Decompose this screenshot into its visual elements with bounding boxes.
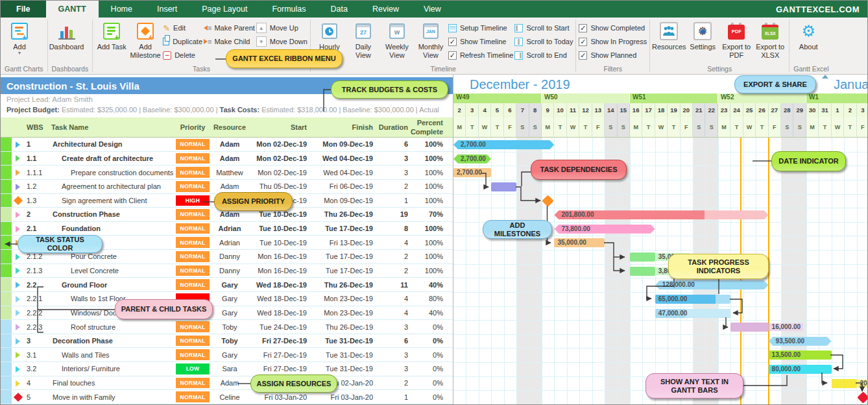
add-button[interactable]: +Add▾ (3, 19, 36, 55)
about-button[interactable]: ⚙About (792, 19, 825, 51)
finish-cell[interactable]: Tue 17-Dec-19 (315, 222, 380, 236)
start-cell[interactable]: Fri 27-Dec-19 (250, 362, 313, 376)
priority-badge[interactable]: NORMAL (176, 223, 210, 234)
make-parent-button[interactable]: ≡Make Parent (204, 23, 255, 33)
show-completed-button[interactable]: ✓Show Completed (579, 23, 647, 33)
task-expand-chevron-icon[interactable] (16, 267, 20, 274)
make-child-button[interactable]: ≡Make Child (204, 36, 255, 47)
percent-complete-cell[interactable]: 70% (416, 208, 450, 221)
task-expand-chevron-icon[interactable] (16, 155, 20, 162)
percent-complete-cell[interactable]: 0% (416, 348, 450, 362)
percent-complete-cell[interactable]: 100% (416, 180, 450, 193)
task-expand-chevron-icon[interactable] (16, 141, 20, 148)
percent-complete-cell[interactable]: 0% (416, 376, 450, 390)
percent-complete-cell[interactable]: 100% (416, 264, 450, 278)
resource-cell[interactable]: Adrian (211, 236, 248, 249)
table-row-2-2-3[interactable]: 2.2.3Roof structureNORMALTobyTue 24-Dec-… (1, 320, 453, 334)
priority-badge[interactable]: NORMAL (176, 349, 210, 360)
finish-cell[interactable]: Thu 26-Dec-19 (315, 278, 380, 291)
finish-cell[interactable]: Mon 09-Dec-19 (315, 138, 380, 151)
add-milestone-button[interactable]: +Add Milestone (129, 19, 162, 59)
finish-cell[interactable]: Mon 09-Dec-19 (315, 194, 380, 208)
duration-cell[interactable]: 3 (381, 362, 415, 376)
resource-cell[interactable]: Toby (211, 334, 248, 348)
wbs-cell[interactable]: 2.2.1 (27, 292, 51, 306)
resource-cell[interactable]: Gary (211, 306, 248, 320)
priority-badge[interactable]: NORMAL (176, 181, 210, 192)
task-name-cell[interactable]: Ground Floor (51, 278, 175, 291)
settings-button[interactable]: ⚙Settings (686, 19, 719, 51)
wbs-cell[interactable]: 1 (27, 138, 51, 151)
start-cell[interactable]: Wed 18-Dec-19 (250, 292, 313, 306)
finish-cell[interactable]: Tue 17-Dec-19 (315, 250, 380, 264)
priority-badge[interactable]: NORMAL (176, 336, 210, 347)
resource-cell[interactable]: Adam (211, 138, 248, 151)
task-name-cell[interactable]: Roof structure (51, 320, 175, 334)
table-row-2-2[interactable]: 2.2Ground FloorNORMALGaryWed 18-Dec-19Th… (1, 278, 453, 292)
wbs-cell[interactable]: 4 (27, 376, 51, 390)
scroll-to-end-button[interactable]: Scroll to End (514, 50, 573, 60)
finish-cell[interactable]: Thu 26-Dec-19 (315, 320, 380, 334)
task-name-cell[interactable]: Create draft of architecture (51, 152, 175, 166)
table-row-4[interactable]: 4Final touchesNORMALAdamThu 02-Jan-2020% (1, 376, 453, 391)
table-row-5[interactable]: 5Move in with FamilyNORMALCelineFri 03-J… (1, 390, 453, 404)
resource-cell[interactable]: Adam (211, 152, 248, 166)
scroll-to-start-button[interactable]: Scroll to Start (514, 23, 573, 33)
task-name-cell[interactable]: Interiors/ Furniture (51, 362, 175, 376)
duration-cell[interactable]: 3 (381, 348, 415, 362)
start-cell[interactable]: Fri 27-Dec-19 (250, 334, 313, 348)
dropdown-arrow-icon[interactable]: ▾ (18, 51, 21, 55)
finish-cell[interactable]: Tue 31-Dec-19 (315, 348, 380, 362)
start-cell[interactable]: Fri 27-Dec-19 (250, 348, 313, 362)
duration-cell[interactable]: 6 (381, 138, 415, 151)
duration-cell[interactable]: 8 (381, 222, 415, 236)
task-name-cell[interactable]: Sign agreement with Client (51, 194, 175, 208)
start-cell[interactable]: Tue 24-Dec-19 (250, 320, 313, 334)
resource-cell[interactable]: Adam (211, 376, 248, 390)
wbs-cell[interactable]: 2.2.2 (27, 306, 51, 320)
table-row-1[interactable]: 1Architectural DesignNORMALAdamMon 02-De… (1, 138, 453, 152)
task-expand-chevron-icon[interactable] (16, 324, 20, 330)
tab-data[interactable]: Data (319, 1, 360, 18)
task-name-cell[interactable]: Move in with Family (51, 390, 175, 404)
start-cell[interactable]: Mon 02-Dec-19 (250, 166, 313, 179)
priority-badge[interactable]: NORMAL (176, 251, 210, 262)
finish-cell[interactable]: Tue 31-Dec-19 (315, 334, 380, 348)
task-expand-chevron-icon[interactable] (16, 366, 20, 373)
resource-cell[interactable]: Danny (211, 250, 248, 264)
wbs-cell[interactable]: 3 (27, 334, 51, 348)
percent-complete-cell[interactable]: 100% (416, 236, 450, 249)
tab-file[interactable]: File (1, 1, 46, 18)
refresh-timeline-button[interactable]: ✓Refresh Timeline (448, 50, 514, 60)
resource-cell[interactable]: Gary (211, 292, 248, 306)
finish-cell[interactable]: Fri 13-Dec-19 (315, 236, 380, 249)
priority-badge[interactable]: NORMAL (176, 378, 210, 389)
gantt-bar-row-3[interactable] (491, 182, 516, 191)
show-planned-button[interactable]: ✓Show Planned (579, 50, 647, 60)
tab-review[interactable]: Review (360, 1, 411, 18)
table-row-3-1[interactable]: 3.1Walls and TilesNORMALGaryFri 27-Dec-1… (1, 348, 453, 362)
table-row-3-2[interactable]: 3.2Interiors/ FurnitureLOWSaraFri 27-Dec… (1, 362, 453, 376)
task-name-cell[interactable]: Level Concrete (51, 264, 175, 278)
table-row-1-1[interactable]: 1.1Create draft of architectureNORMALAda… (1, 152, 453, 166)
percent-complete-cell[interactable]: 100% (416, 222, 450, 236)
duration-cell[interactable]: 11 (381, 278, 415, 291)
task-name-cell[interactable]: Final touches (51, 376, 175, 390)
resource-cell[interactable]: Matthew (211, 166, 248, 179)
checkbox-checked-icon[interactable]: ✓ (579, 51, 587, 60)
finish-cell[interactable]: Fri 06-Dec-19 (315, 180, 380, 193)
wbs-cell[interactable]: 2.1 (27, 222, 51, 236)
start-cell[interactable]: Mon 02-Dec-19 (250, 152, 313, 166)
table-row-2-1[interactable]: 2.1FoundationNORMALAdrianTue 10-Dec-19Tu… (1, 222, 453, 236)
table-row-2-1-3[interactable]: 2.1.3Level ConcreteNORMALDannyMon 16-Dec… (1, 264, 453, 278)
finish-cell[interactable]: Tue 31-Dec-19 (315, 362, 380, 376)
priority-badge[interactable]: NORMAL (176, 153, 210, 164)
resource-cell[interactable]: Adam (211, 180, 248, 193)
percent-complete-cell[interactable]: 0% (416, 362, 450, 376)
task-expand-chevron-icon[interactable] (16, 184, 20, 190)
move-down-button[interactable]: ▼Move Down (256, 36, 307, 47)
table-row-1-1-1[interactable]: 1.1.1Prepare construction documentsNORMA… (1, 166, 453, 180)
duration-cell[interactable]: 3 (381, 166, 415, 179)
percent-complete-cell[interactable]: 100% (416, 250, 450, 264)
gantt-bar-row-8[interactable] (630, 252, 655, 262)
